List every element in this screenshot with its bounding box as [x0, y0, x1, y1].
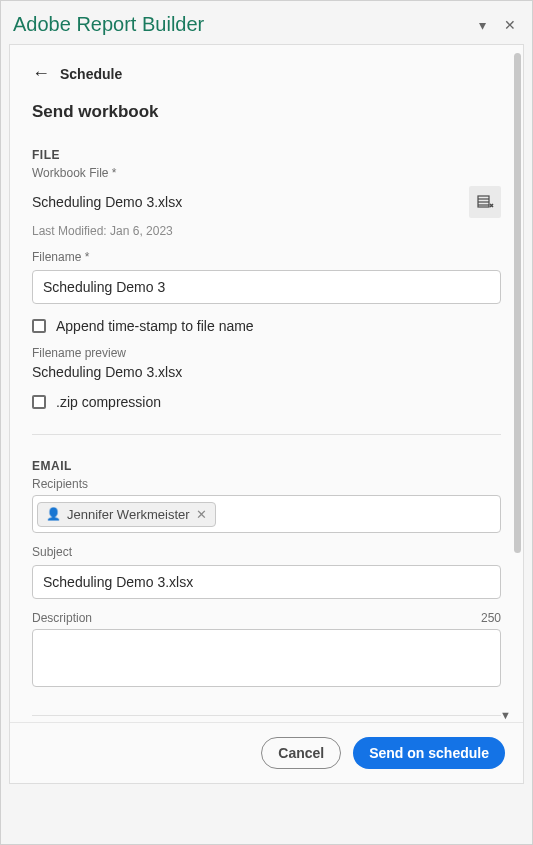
file-section-label: FILE: [32, 148, 501, 162]
recipients-input[interactable]: 👤 Jennifer Werkmeister ✕: [32, 495, 501, 533]
last-modified-text: Last Modified: Jan 6, 2023: [32, 224, 501, 238]
recipient-chip-remove-icon[interactable]: ✕: [196, 507, 207, 522]
zip-compression-label: .zip compression: [56, 394, 161, 410]
filename-input[interactable]: [32, 270, 501, 304]
send-on-schedule-button[interactable]: Send on schedule: [353, 737, 505, 769]
user-icon: 👤: [46, 507, 61, 521]
workbook-file-name: Scheduling Demo 3.xlsx: [32, 194, 182, 210]
app-title: Adobe Report Builder: [13, 13, 204, 36]
cancel-button[interactable]: Cancel: [261, 737, 341, 769]
titlebar: Adobe Report Builder ▾ ✕: [1, 1, 532, 44]
window-controls: ▾ ✕: [479, 17, 516, 33]
breadcrumb: ← Schedule: [32, 63, 501, 84]
zip-compression-row: .zip compression: [32, 394, 501, 410]
back-arrow-icon[interactable]: ←: [32, 63, 50, 84]
minimize-icon[interactable]: ▾: [479, 17, 486, 33]
recipient-chip: 👤 Jennifer Werkmeister ✕: [37, 502, 216, 527]
footer: Cancel Send on schedule: [10, 722, 523, 783]
append-timestamp-label: Append time-stamp to file name: [56, 318, 254, 334]
divider: [32, 434, 501, 435]
breadcrumb-label[interactable]: Schedule: [60, 66, 122, 82]
description-char-limit: 250: [481, 611, 501, 625]
description-label: Description: [32, 611, 92, 625]
description-label-row: Description 250: [32, 611, 501, 629]
append-timestamp-row: Append time-stamp to file name: [32, 318, 501, 334]
close-icon[interactable]: ✕: [504, 17, 516, 33]
recipients-label: Recipients: [32, 477, 501, 491]
chevron-down-icon[interactable]: ▼: [500, 709, 511, 721]
workbook-file-row: Scheduling Demo 3.xlsx: [32, 186, 501, 218]
description-textarea[interactable]: [32, 629, 501, 687]
filename-label: Filename *: [32, 250, 501, 264]
email-section-label: EMAIL: [32, 459, 501, 473]
filename-preview-label: Filename preview: [32, 346, 501, 360]
divider-2: [32, 715, 501, 716]
scrollbar[interactable]: [514, 53, 521, 553]
page-title: Send workbook: [32, 102, 501, 122]
scroll-area[interactable]: ← Schedule Send workbook FILE Workbook F…: [10, 45, 523, 783]
recipient-chip-label: Jennifer Werkmeister: [67, 507, 190, 522]
filename-preview-value: Scheduling Demo 3.xlsx: [32, 364, 501, 380]
subject-input[interactable]: [32, 565, 501, 599]
select-workbook-icon[interactable]: [469, 186, 501, 218]
content-wrapper: ← Schedule Send workbook FILE Workbook F…: [9, 44, 524, 784]
zip-compression-checkbox[interactable]: [32, 395, 46, 409]
append-timestamp-checkbox[interactable]: [32, 319, 46, 333]
subject-label: Subject: [32, 545, 501, 559]
workbook-file-label: Workbook File *: [32, 166, 501, 180]
